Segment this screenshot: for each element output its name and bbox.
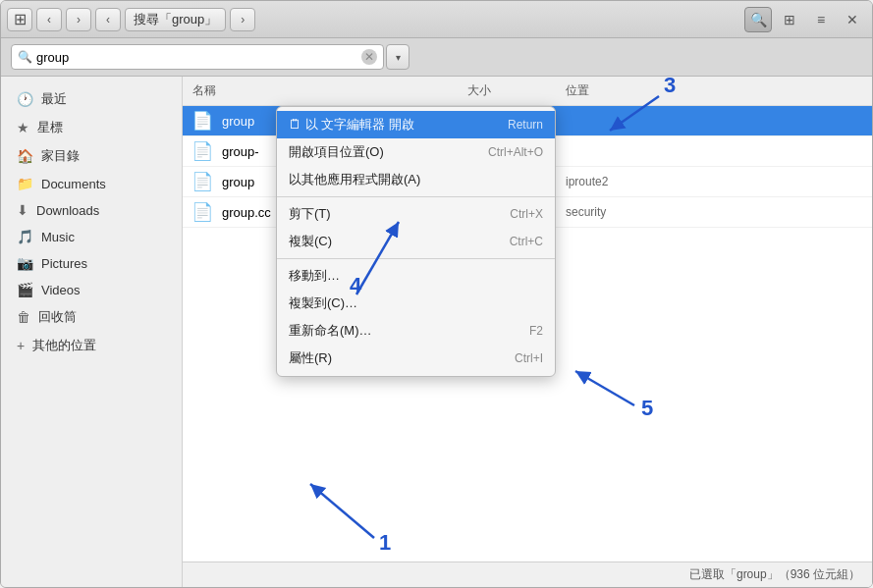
column-headers: 名稱 大小 位置 [183, 77, 872, 106]
search-box: 🔍 ✕ [11, 44, 384, 70]
search-dropdown-button[interactable]: ▾ [386, 44, 409, 70]
column-name-header: 名稱 [183, 80, 458, 101]
context-menu[interactable]: 🗒 以 文字編輯器 開啟 Return 開啟項目位置(O) Ctrl+Alt+O… [276, 106, 556, 377]
breadcrumb: 搜尋「group」 [125, 8, 226, 31]
sidebar-item-label: 家目錄 [41, 147, 80, 165]
column-location-header: 位置 [556, 80, 872, 101]
recent-icon: 🕐 [17, 91, 33, 107]
column-size-header: 大小 [458, 80, 556, 101]
sidebar-item-pictures[interactable]: 📷 Pictures [5, 250, 178, 276]
menu-separator [277, 196, 555, 197]
sidebar-item-downloads[interactable]: ⬇ Downloads [5, 197, 178, 223]
sidebar-item-documents[interactable]: 📁 Documents [5, 171, 178, 196]
menu-item-label: 以其他應用程式開啟(A) [289, 171, 420, 188]
grid-view-button[interactable]: ⊞ [776, 7, 803, 32]
sidebar-item-recent[interactable]: 🕐 最近 [5, 85, 178, 113]
context-menu-item-move-to[interactable]: 移動到… [277, 262, 555, 290]
menu-item-shortcut: Ctrl+C [510, 235, 543, 248]
prev-location-button[interactable]: ‹ [95, 8, 121, 31]
context-menu-item-cut[interactable]: 剪下(T) Ctrl+X [277, 200, 555, 228]
menu-item-label: 剪下(T) [289, 205, 331, 223]
sidebar-item-music[interactable]: 🎵 Music [5, 224, 178, 249]
star-icon: ★ [17, 120, 29, 135]
sidebar-item-trash[interactable]: 🗑 回收筒 [5, 303, 178, 331]
next-location-button[interactable]: › [230, 8, 255, 31]
add-location-icon: + [17, 338, 25, 353]
content-area: 名稱 大小 位置 📄 group 936 位元組 📄 [183, 77, 872, 587]
download-icon: ⬇ [17, 202, 28, 218]
titlebar-right: 🔍 ⊞ ≡ ✕ [744, 7, 866, 32]
sidebar-item-home[interactable]: 🏠 家目錄 [5, 142, 178, 170]
menu-item-label: 複製到(C)… [289, 294, 357, 312]
sidebar: 🕐 最近 ★ 星標 🏠 家目錄 📁 Documents ⬇ Downloads … [1, 77, 183, 587]
close-icon: ✕ [846, 12, 858, 27]
file-icon: 📄 [191, 140, 213, 162]
menu-item-shortcut: Ctrl+I [515, 351, 543, 365]
search-icon: 🔍 [750, 12, 767, 27]
menu-item-label: 重新命名(M)… [289, 322, 372, 340]
trash-icon: 🗑 [17, 309, 30, 325]
menu-button[interactable]: ≡ [807, 7, 835, 32]
file-icon: 📄 [191, 171, 213, 192]
menu-item-label: 開啟項目位置(O) [289, 143, 384, 161]
context-menu-item-copy-to[interactable]: 複製到(C)… [277, 290, 555, 317]
menu-item-label: 移動到… [289, 267, 340, 285]
main-area: 🕐 最近 ★ 星標 🏠 家目錄 📁 Documents ⬇ Downloads … [1, 77, 872, 587]
search-input[interactable] [36, 50, 357, 65]
statusbar-text: 已選取「group」（936 位元組） [689, 566, 860, 583]
menu-item-shortcut: Ctrl+Alt+O [488, 145, 543, 159]
context-menu-item-open-with[interactable]: 以其他應用程式開啟(A) [277, 166, 555, 193]
sidebar-item-other-locations[interactable]: + 其他的位置 [5, 332, 178, 359]
sidebar-item-videos[interactable]: 🎬 Videos [5, 277, 178, 302]
file-icon: 📄 [191, 110, 213, 132]
context-menu-item-rename[interactable]: 重新命名(M)… F2 [277, 317, 555, 345]
search-clear-button[interactable]: ✕ [361, 49, 377, 65]
menu-item-label: 屬性(R) [289, 349, 332, 367]
menu-item-shortcut: F2 [529, 324, 543, 338]
dropdown-arrow-icon: ▾ [396, 52, 401, 63]
sidebar-item-label: Documents [41, 177, 106, 191]
forward-button[interactable]: › [66, 8, 91, 31]
grid-icon: ⊞ [784, 12, 795, 27]
music-icon: 🎵 [17, 229, 33, 244]
sidebar-item-label: 最近 [41, 90, 67, 108]
file-manager-window: ⊞ ‹ › ‹ 搜尋「group」 › 🔍 ⊞ [0, 0, 873, 588]
statusbar: 已選取「group」（936 位元組） [183, 561, 872, 587]
file-icon: 📄 [191, 201, 213, 223]
back-button[interactable]: ‹ [36, 8, 62, 31]
context-menu-item-open-location[interactable]: 開啟項目位置(O) Ctrl+Alt+O [277, 138, 555, 166]
sidebar-item-label: 星標 [37, 119, 63, 136]
file-location: iproute2 [556, 175, 872, 188]
context-menu-item-open-text-editor[interactable]: 🗒 以 文字編輯器 開啟 Return [277, 111, 555, 138]
folder-icon: 📁 [17, 176, 33, 191]
menu-separator [277, 258, 555, 259]
searchbar-area: 🔍 ✕ ▾ [1, 38, 872, 77]
menu-item-label: 複製(C) [289, 233, 332, 250]
context-menu-item-copy[interactable]: 複製(C) Ctrl+C [277, 228, 555, 255]
titlebar: ⊞ ‹ › ‹ 搜尋「group」 › 🔍 ⊞ [1, 1, 872, 38]
sidebar-item-label: 其他的位置 [32, 337, 96, 354]
close-button[interactable]: ✕ [839, 7, 866, 32]
menu-icon: ≡ [817, 12, 825, 27]
sidebar-item-label: Music [41, 230, 75, 244]
sidebar-item-starred[interactable]: ★ 星標 [5, 114, 178, 141]
search-button[interactable]: 🔍 [744, 7, 772, 32]
menu-item-shortcut: Return [508, 118, 543, 132]
menu-item-shortcut: Ctrl+X [510, 207, 543, 221]
sidebar-item-label: 回收筒 [38, 308, 77, 326]
search-box-icon: 🔍 [18, 50, 32, 64]
videos-icon: 🎬 [17, 282, 33, 297]
sidebar-item-label: Videos [41, 283, 81, 297]
context-menu-item-properties[interactable]: 屬性(R) Ctrl+I [277, 345, 555, 372]
pictures-icon: 📷 [17, 255, 33, 271]
titlebar-left: ⊞ ‹ › ‹ 搜尋「group」 › [7, 8, 255, 31]
nav-apps-button[interactable]: ⊞ [7, 8, 32, 31]
home-icon: 🏠 [17, 148, 33, 164]
menu-item-label: 🗒 以 文字編輯器 開啟 [289, 116, 414, 134]
sidebar-item-label: Pictures [41, 256, 87, 271]
file-location: security [556, 205, 872, 219]
sidebar-item-label: Downloads [36, 203, 99, 218]
